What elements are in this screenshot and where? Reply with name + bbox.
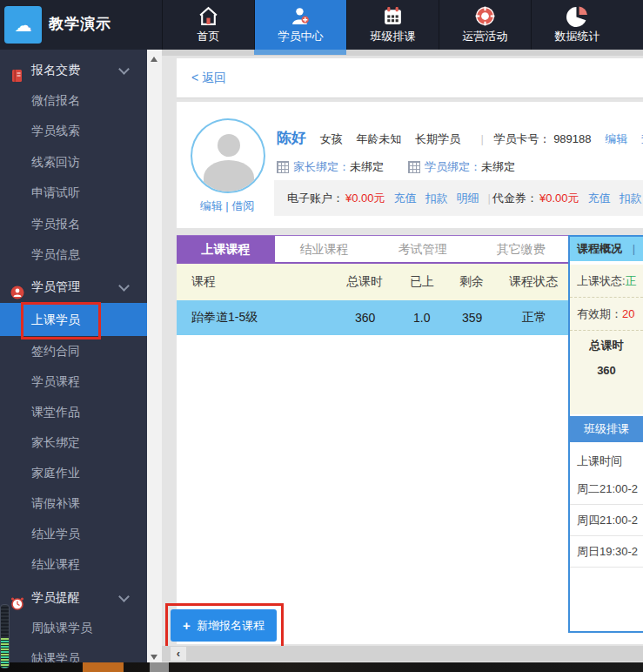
sidebar-item-homework[interactable]: 家庭作业 <box>0 458 147 488</box>
validity-value: 20 <box>622 307 634 320</box>
voucher-deduct-link[interactable]: 扣款 <box>619 191 641 206</box>
tab-finished-courses[interactable]: 结业课程 <box>275 236 373 262</box>
tab-active-courses[interactable]: 上课课程 <box>177 236 275 262</box>
app-title: 教学演示 <box>49 14 111 34</box>
horizontal-scrollbar[interactable]: ‹ <box>162 646 643 662</box>
avatar-actions[interactable]: 编辑 | 借阅 <box>185 198 269 214</box>
sidebar-item-class-works[interactable]: 课堂作品 <box>0 397 147 427</box>
sidebar-item-lead-followup[interactable]: 线索回访 <box>0 147 147 178</box>
tab-other-payments[interactable]: 其它缴费 <box>472 236 570 262</box>
sidebar-section-student-mgmt[interactable]: 学员管理 <box>0 271 147 302</box>
taskbar-gray-segment <box>150 662 169 672</box>
sidebar-section-enrollment[interactable]: 报名交费 <box>0 54 147 85</box>
sidebar-item-active-students[interactable]: 上课学员 <box>0 303 147 336</box>
top-navbar: ☁ 教学演示 首页 学员中心 班级排课 运营活动 <box>0 0 643 50</box>
class-status-row: 上课状态:正 <box>570 265 643 298</box>
add-course-button[interactable]: + 新增报名课程 <box>171 609 277 642</box>
voucher-balance: ¥0.00元 <box>539 191 579 206</box>
class-status-value: 正 <box>626 274 637 287</box>
sidebar-item-parent-binding[interactable]: 家长绑定 <box>0 427 147 458</box>
calendar-icon <box>347 4 439 27</box>
validity-row: 有效期：20 <box>570 298 643 331</box>
sidebar: 报名交费 微信报名 学员线索 线索回访 申请试听 学员报名 学员信息 学员管理 … <box>0 50 147 672</box>
tab-exam-management[interactable]: 考试管理 <box>373 236 472 262</box>
sidebar-item-student-enroll[interactable]: 学员报名 <box>0 209 147 239</box>
sidebar-item-student-leads[interactable]: 学员线索 <box>0 116 147 146</box>
sidebar-item-graduated-students[interactable]: 结业学员 <box>0 519 147 549</box>
col-attended: 已上 <box>410 264 434 300</box>
content-top-strip <box>162 50 643 56</box>
avatar <box>191 118 265 193</box>
qr-code-icon <box>277 161 289 173</box>
col-course-status: 课程状态 <box>509 264 558 300</box>
account-deduct-link[interactable]: 扣款 <box>425 191 448 206</box>
student-bind-label[interactable]: 学员绑定： <box>425 159 481 175</box>
avatar-placeholder-icon <box>218 134 240 157</box>
binding-row: 家长绑定： 未绑定 学员绑定： 未绑定 <box>277 159 515 175</box>
row-course-name: 跆拳道1-5级 <box>191 300 258 335</box>
account-balance: ¥0.00元 <box>345 191 385 206</box>
sidebar-item-student-courses[interactable]: 学员课程 <box>0 366 147 397</box>
panel-title[interactable]: 课程概况 <box>577 242 622 255</box>
sidebar-section-student-reminder[interactable]: 学员提醒 <box>0 581 147 613</box>
scroll-down-arrow-icon[interactable] <box>151 655 157 660</box>
class-schedule-button[interactable]: 班级排课 <box>570 416 643 442</box>
total-hours-value: 360 <box>570 353 643 377</box>
class-time-1: 周二21:00-2 <box>570 474 643 505</box>
cloud-logo-icon: ☁ <box>15 15 32 36</box>
parent-bind-label[interactable]: 家长绑定： <box>293 159 350 175</box>
account-detail-link[interactable]: 明细 <box>457 191 479 206</box>
pie-chart-icon <box>532 4 623 27</box>
nav-item-home[interactable]: 首页 <box>162 0 254 50</box>
student-center-icon <box>255 4 346 27</box>
sidebar-item-finished-courses[interactable]: 结业课程 <box>0 549 147 580</box>
alarm-clock-icon <box>10 590 24 604</box>
app-logo: ☁ <box>4 6 42 44</box>
student-name: 陈好 <box>277 130 306 146</box>
sidebar-item-trial-request[interactable]: 申请试听 <box>0 178 147 208</box>
voucher-recharge-link[interactable]: 充值 <box>587 191 610 206</box>
sidebar-item-makeup-lessons[interactable]: 请假补课 <box>0 488 147 519</box>
col-course: 课程 <box>191 264 216 300</box>
panel-header: 课程概况 | 上 <box>570 237 643 261</box>
row-attended: 1.0 <box>413 300 430 335</box>
scroll-left-arrow-icon[interactable]: ‹ <box>171 647 186 661</box>
sidebar-item-student-info[interactable]: 学员信息 <box>0 239 147 270</box>
card-number-label: 学员卡号： <box>494 132 551 145</box>
nav-item-student-center[interactable]: 学员中心 <box>254 0 346 50</box>
plus-icon: + <box>183 618 191 633</box>
course-summary-box: 上课状态:正 有效期：20 总课时 360 <box>570 265 643 414</box>
user-circle-icon <box>10 279 24 293</box>
sidebar-item-wechat-enroll[interactable]: 微信报名 <box>0 85 147 116</box>
scroll-up-arrow-icon[interactable] <box>151 57 157 62</box>
class-time-3: 周日19:30-2 <box>570 536 643 568</box>
nav-item-class-schedule[interactable]: 班级排课 <box>346 0 439 50</box>
ledger-icon <box>10 63 24 77</box>
nav-item-operations[interactable]: 运营活动 <box>439 0 531 50</box>
home-icon <box>163 4 254 27</box>
sidebar-item-weekly-absent[interactable]: 周缺课学员 <box>0 613 147 643</box>
course-tabs: 上课课程 结业课程 考试管理 其它缴费 <box>177 235 570 264</box>
total-hours-label: 总课时 <box>570 331 643 353</box>
nav-item-statistics[interactable]: 数据统计 <box>531 0 623 50</box>
edit-link[interactable]: 编辑 <box>605 132 627 145</box>
active-nav-glow <box>254 50 346 55</box>
account-recharge-link[interactable]: 充值 <box>394 191 417 206</box>
table-row[interactable]: 跆拳道1-5级 360 1.0 359 正常 <box>177 300 570 335</box>
taskbar-orange-segment <box>83 662 124 672</box>
sidebar-item-contracts[interactable]: 签约合同 <box>0 336 147 366</box>
vertical-scrollbar[interactable] <box>147 50 162 672</box>
student-type: 长期学员 <box>415 132 460 145</box>
qr-code-icon <box>408 161 420 173</box>
back-link[interactable]: < 返回 <box>191 71 226 86</box>
col-remaining: 剩余 <box>459 264 484 300</box>
row-remaining: 359 <box>462 300 482 335</box>
chevron-down-icon <box>118 280 130 292</box>
level-meter-bars <box>1 638 9 668</box>
desktop-strip <box>0 662 643 672</box>
student-gender: 女孩 <box>320 132 343 145</box>
card-number-value: 989188 <box>553 132 591 145</box>
level-meter-overlay <box>0 604 10 669</box>
account-box: 电子账户： ¥0.00元 充值 扣款 明细 | 代金券： ¥0.00元 充值 扣… <box>274 180 643 216</box>
student-bind-value: 未绑定 <box>481 159 515 175</box>
